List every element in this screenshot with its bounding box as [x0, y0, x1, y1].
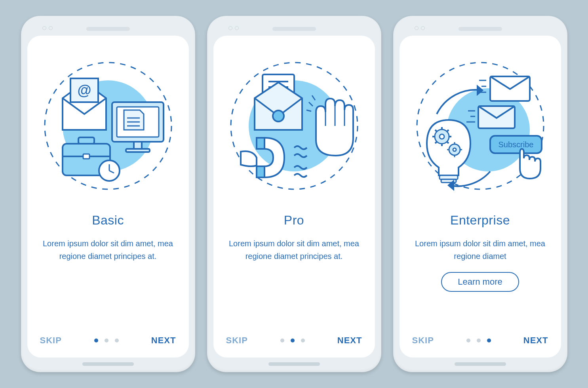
- svg-line-58: [447, 130, 449, 131]
- speaker-slot: [86, 27, 130, 31]
- indicator-dot-active: [291, 339, 295, 342]
- plan-description: Lorem ipsum dolor sit dim amet, mea regi…: [411, 237, 550, 262]
- onboarding-footer: SKIP NEXT: [38, 335, 178, 348]
- speaker-slot: [459, 27, 502, 31]
- home-indicator: [82, 362, 134, 366]
- svg-text:@: @: [77, 82, 91, 98]
- svg-line-56: [447, 142, 449, 143]
- svg-rect-34: [257, 138, 265, 149]
- subscribe-label-text: Subscribe: [498, 140, 533, 149]
- learn-more-button[interactable]: Learn more: [441, 272, 519, 292]
- plan-title: Basic: [92, 213, 124, 228]
- skip-button[interactable]: SKIP: [40, 335, 62, 346]
- sensor-dot: [42, 26, 46, 30]
- sensor-dots: [228, 26, 239, 30]
- home-indicator: [455, 362, 506, 366]
- svg-line-57: [435, 142, 437, 143]
- indicator-dot-active: [94, 339, 98, 342]
- skip-button[interactable]: SKIP: [412, 335, 434, 346]
- home-indicator: [268, 362, 320, 366]
- onboarding-footer: SKIP NEXT: [225, 335, 364, 348]
- phone-mockup-pro: Pro Lorem ipsum dolor sit dim amet, mea …: [207, 16, 381, 372]
- svg-line-55: [435, 130, 437, 131]
- plan-description: Lorem ipsum dolor sit dim amet, mea regi…: [38, 237, 178, 262]
- indicator-dot: [466, 339, 470, 342]
- plan-title: Pro: [284, 213, 304, 228]
- sensor-dot: [49, 26, 53, 30]
- svg-rect-12: [126, 149, 150, 152]
- svg-point-50: [440, 134, 444, 139]
- next-button[interactable]: NEXT: [523, 335, 548, 346]
- sensor-dot: [228, 26, 232, 30]
- svg-point-60: [453, 148, 456, 151]
- indicator-dot: [105, 339, 108, 342]
- phone-top-bar: [27, 22, 189, 36]
- svg-rect-16: [83, 154, 89, 159]
- phone-mockup-basic: @: [21, 16, 195, 372]
- phone-top-bar: [400, 22, 561, 36]
- onboarding-screen-basic: @: [27, 36, 189, 358]
- phone-mockup-enterprise: Subscribe: [393, 16, 567, 372]
- plan-description: Lorem ipsum dolor sit dim amet, mea regi…: [225, 237, 364, 262]
- next-button[interactable]: NEXT: [151, 335, 176, 346]
- next-button[interactable]: NEXT: [337, 335, 362, 346]
- sensor-dot: [235, 26, 239, 30]
- indicator-dot: [280, 339, 284, 342]
- phone-top-bar: [213, 22, 375, 36]
- svg-rect-11: [134, 142, 142, 149]
- letter-magnet-hand-illustration: [225, 51, 364, 201]
- skip-button[interactable]: SKIP: [226, 335, 248, 346]
- plan-title: Enterprise: [450, 213, 510, 228]
- onboarding-screen-pro: Pro Lorem ipsum dolor sit dim amet, mea …: [213, 36, 375, 358]
- page-indicator: [94, 339, 119, 342]
- sensor-dot: [415, 26, 419, 30]
- indicator-dot: [301, 339, 305, 342]
- indicator-dot: [477, 339, 481, 342]
- page-indicator: [280, 339, 305, 342]
- svg-marker-7: [124, 110, 144, 130]
- onboarding-screen-enterprise: Subscribe: [400, 36, 561, 358]
- sensor-dots: [42, 26, 53, 30]
- sensor-dots: [415, 26, 425, 30]
- sensor-dot: [421, 26, 425, 30]
- speaker-slot: [272, 27, 316, 31]
- indicator-dot-active: [487, 339, 491, 342]
- lightbulb-subscribe-envelope-illustration: Subscribe: [411, 51, 550, 201]
- email-briefcase-computer-illustration: @: [38, 51, 178, 201]
- onboarding-footer: SKIP NEXT: [411, 335, 550, 348]
- page-indicator: [466, 339, 491, 342]
- svg-point-27: [273, 110, 284, 122]
- svg-rect-35: [257, 166, 265, 177]
- indicator-dot: [115, 339, 119, 342]
